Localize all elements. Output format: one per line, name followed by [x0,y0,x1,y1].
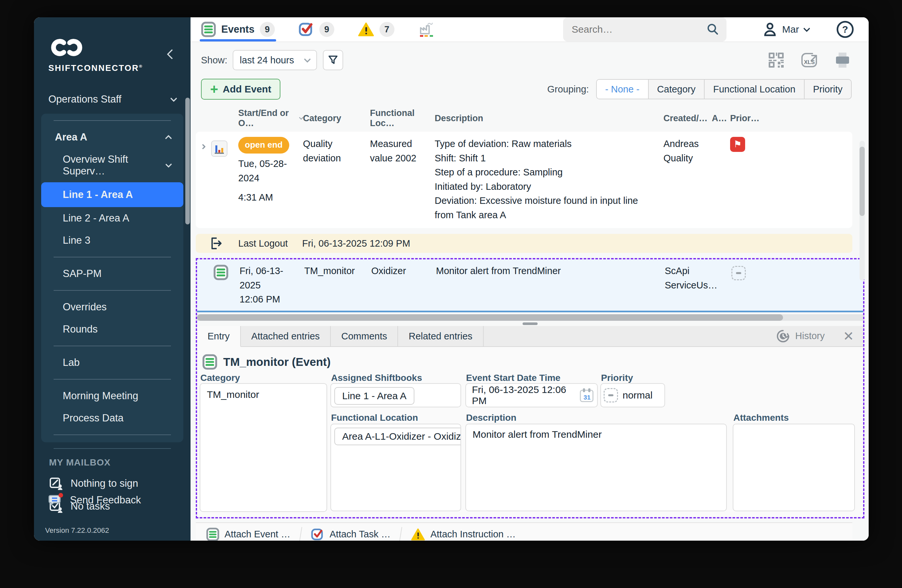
sidebar-item-morning-meeting[interactable]: Morning Meeting [41,385,183,407]
assigned-shiftbooks-field[interactable]: Line 1 - Area A [330,383,461,407]
grouping-segmented: - None - Category Functional Location Pr… [596,79,852,99]
selected-time: 12:06 PM [240,292,299,307]
cell-category: Quality deviation [303,137,370,222]
horizontal-scrollbar-thumb[interactable] [197,314,783,321]
sidebar-item-lab[interactable]: Lab [41,352,183,374]
cell-created: ScApi ServiceUs… [665,264,713,307]
send-feedback-button[interactable]: Send Feedback [49,493,141,507]
sidebar-scrollbar[interactable] [185,98,190,224]
tab-comments[interactable]: Comments [331,326,398,346]
export-xls-button[interactable]: XLS [799,51,819,69]
horizontal-scrollbar[interactable] [197,314,863,321]
divider [53,257,171,257]
attach-task-button[interactable]: Attach Task … [311,527,390,541]
user-menu[interactable]: Mar [763,22,809,37]
divider [53,346,171,346]
history-button[interactable]: History [776,329,825,343]
attach-task-label: Attach Task … [330,529,390,540]
sidebar-item-nothing-to-sign[interactable]: Nothing to sign [49,476,191,491]
chevron-down-icon [803,25,810,32]
description-label: Description [466,413,516,423]
tab-tasks[interactable]: 9 [298,17,334,42]
column-header-description[interactable]: Description [435,108,664,128]
tab-related-entries[interactable]: Related entries [398,326,483,346]
events-tab-label: Events [221,23,255,35]
sidebar-item-line3[interactable]: Line 3 [41,229,183,252]
tab-events[interactable]: Events 9 [201,17,275,42]
table-row-quality-deviation[interactable]: open end Tue, 05-28-2024 4:31 AM Quality… [196,131,852,228]
column-header-created[interactable]: Created/… [664,108,712,128]
sidebar-item-operations-staff[interactable]: Operations Staff [49,94,176,105]
line2-label: Line 2 - Area A [63,212,129,224]
open-end-badge: open end [238,137,289,153]
print-button[interactable] [833,51,852,69]
sidebar-item-rounds[interactable]: Rounds [41,318,183,340]
shiftbook-tag[interactable]: Line 1 - Area A [334,387,414,405]
column-header-priority[interactable]: Prior… [730,108,759,128]
help-button[interactable]: ? [837,21,853,38]
category-field[interactable]: TM_monitor [200,383,327,512]
sidebar-item-process-data[interactable]: Process Data [41,407,183,429]
signature-icon [49,476,63,491]
tab-plant[interactable] [418,17,435,42]
feedback-chat-icon [49,493,63,507]
column-header-functional-location[interactable]: Functional Loc… [370,108,435,128]
close-detail-icon[interactable]: ✕ [843,330,854,342]
time-range-select[interactable]: last 24 hours [233,50,317,70]
tab-alerts[interactable]: 7 [358,17,395,42]
grouping-control: Grouping: - None - Category Functional L… [547,79,852,99]
search-input[interactable] [572,24,706,35]
operations-staff-label: Operations Staff [49,94,121,105]
divider [299,527,302,541]
sidebar-item-overrides[interactable]: Overrides [41,296,183,318]
expand-row-icon[interactable] [200,144,206,150]
sidebar-item-overview-shift-supervisor[interactable]: Overview Shift Superv… [41,148,183,182]
event-start-field[interactable]: Fri, 06-13-2025 12:06 PM 31 [465,383,598,407]
vertical-scrollbar-thumb[interactable] [860,147,865,216]
filter-button[interactable] [323,50,343,70]
grouping-option-priority[interactable]: Priority [804,80,851,99]
detail-title: TM_monitor (Event) [202,354,331,370]
attachments-field[interactable] [733,424,855,511]
registered-mark: ® [139,64,143,69]
qr-code-button[interactable] [767,51,785,69]
resize-grip[interactable] [523,322,538,325]
sidebar-item-sap-pm[interactable]: SAP-PM [41,263,183,285]
tab-entry[interactable]: Entry [197,326,241,347]
sidebar-item-line1-area-a[interactable]: Line 1 - Area A [41,182,183,207]
chart-event-icon [211,140,228,157]
attach-instruction-button[interactable]: Attach Instruction … [411,528,516,541]
factory-icon [418,21,435,38]
table-row-tm-monitor-selected[interactable]: Fri, 06-13-2025 12:06 PM TM_monitor Oxid… [197,260,863,312]
sidebar-item-area-a[interactable]: Area A [41,126,183,148]
grouping-option-none[interactable]: - None - [597,80,648,99]
sap-pm-label: SAP-PM [63,268,102,280]
sidebar-item-line2-area-a[interactable]: Line 2 - Area A [41,207,183,229]
alerts-count-badge: 7 [379,22,395,37]
grouping-option-functional-location[interactable]: Functional Location [704,80,804,99]
last-logout-row[interactable]: Last Logout Fri, 06-13-2025 12:09 PM [196,234,852,253]
grouping-option-category[interactable]: Category [648,80,704,99]
functional-location-tag[interactable]: Area A-L1-Oxidizer - Oxidizer [334,428,461,445]
description-field[interactable]: Monitor alert from TrendMiner [465,424,727,511]
add-event-button[interactable]: + Add Event [201,79,280,100]
priority-field[interactable]: normal [600,383,665,407]
event-list-icon [213,264,229,280]
attach-event-button[interactable]: Attach Event … [206,527,291,541]
column-header-start[interactable]: Start/End or O… [238,108,303,128]
search-icon[interactable] [706,23,719,36]
detail-title-label: TM_monitor (Event) [223,355,331,369]
functional-location-field[interactable]: Area A-L1-Oxidizer - Oxidizer [330,424,461,511]
user-icon [763,22,777,37]
vertical-scrollbar[interactable] [860,141,865,281]
column-header-attachments[interactable]: A… [712,108,730,128]
sidebar-collapse-button[interactable] [168,48,179,60]
priority-value: normal [623,390,653,401]
area-a-label: Area A [55,131,87,143]
calendar-icon[interactable]: 31 [579,388,594,403]
question-glyph: ? [842,24,848,35]
column-header-category[interactable]: Category [303,108,370,128]
selected-entry-region: Fri, 06-13-2025 12:06 PM TM_monitor Oxid… [196,258,864,518]
overrides-label: Overrides [63,301,106,313]
tab-attached-entries[interactable]: Attached entries [241,326,331,346]
